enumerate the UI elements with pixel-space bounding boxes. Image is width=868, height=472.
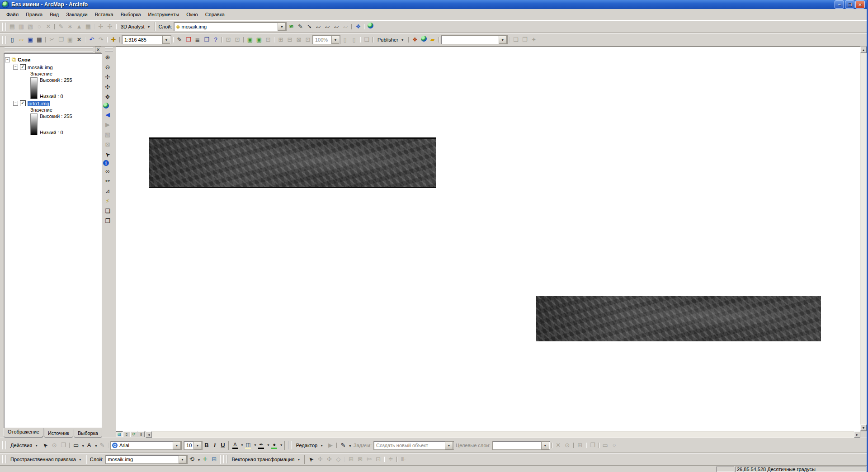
close-button[interactable]: ✕ [855,0,865,9]
vertical-scrollbar[interactable]: ▲ ▼ [860,47,867,431]
toc-close-button[interactable]: ✕ [95,47,101,53]
zoom-selected-icon[interactable]: ▣ [245,35,255,44]
new-document-icon[interactable]: ▯ [8,35,17,44]
3d-analyst-menu[interactable]: 3D Analyst ▼ [118,23,153,30]
show-window-icon[interactable]: ❐ [202,35,211,44]
marker-color-icon[interactable]: ● [270,441,279,450]
toolbar-grip[interactable] [2,455,6,463]
scale-combo[interactable]: 1:316 485 ▼ [122,35,171,44]
font-size-combo[interactable]: 10 ▼ [184,441,203,450]
toolbar-grip[interactable] [223,455,227,463]
arctoolbox-icon[interactable]: ❒ [184,35,193,44]
interpolate-polygon-3-icon[interactable]: ▱ [332,22,341,31]
map-view[interactable] [116,47,860,431]
interpolate-polygon-1-icon[interactable]: ▱ [314,22,323,31]
full-extent-icon[interactable] [103,103,109,109]
tab-display[interactable]: Отображение [4,428,43,437]
arcglobe-preview-icon[interactable] [421,36,427,42]
layer-name-selected[interactable]: orto1.img [28,101,50,106]
zoom-all-icon[interactable]: ▣ [255,35,264,44]
toc-grip[interactable]: ✕ [4,47,102,53]
layer-row[interactable]: − ✓ mosaik.img [13,64,101,70]
identify-icon[interactable]: i [103,160,109,166]
measure-icon[interactable]: ⊿ [103,187,112,196]
go-to-xy-icon[interactable]: XY [103,177,112,186]
horizontal-scroll-track[interactable] [152,431,854,438]
refresh-view-button[interactable]: ⟳ [130,431,137,437]
add-control-points-icon[interactable]: ✛ [200,455,209,464]
chevron-down-icon[interactable]: ▼ [267,444,270,447]
scroll-up-icon[interactable]: ▲ [860,47,867,53]
fixed-zoom-in-icon[interactable]: ✢ [103,73,112,82]
scroll-left-icon[interactable]: ◄ [146,431,152,438]
chevron-down-icon[interactable]: ▼ [198,458,201,462]
sketch-tool-pencil-icon[interactable]: ✎ [339,441,348,450]
fill-color-icon[interactable]: ◫ [244,441,253,450]
menu-bookmarks[interactable]: Закладки [62,10,91,19]
underline-button[interactable]: U [219,441,227,450]
font-combo[interactable]: O Arial ▼ [110,441,182,450]
combo-arrow-icon[interactable]: ▼ [173,441,181,449]
toolbar-grip[interactable] [2,36,6,44]
combo-arrow-icon[interactable]: ▼ [179,455,187,463]
editor-toolbar-toggle-icon[interactable]: ✎ [175,35,184,44]
fixed-zoom-out-icon[interactable]: ✣ [103,83,112,92]
help-whats-this-icon[interactable]: ? [211,35,220,44]
tab-selection[interactable]: Выборка [74,430,102,438]
launch-arcglobe-icon[interactable] [368,23,373,28]
bold-button[interactable]: B [203,441,211,450]
chevron-down-icon[interactable]: ▼ [94,444,98,448]
editor-menu[interactable]: Редактор ▼ [293,442,326,449]
toc-root-row[interactable]: − ⧉ Слои [5,56,101,63]
toc-root-label[interactable]: Слои [18,57,30,62]
3d-layer-combo[interactable]: ◈ mosaik.img ▼ [174,22,287,31]
steepest-path-icon[interactable]: ➘ [305,22,314,31]
combo-arrow-icon[interactable]: ▼ [162,36,170,44]
chevron-down-icon[interactable]: ▼ [349,444,352,448]
vertical-scroll-track[interactable] [860,53,867,425]
open-document-icon[interactable]: ▱ [17,35,26,44]
raster-mosaik-img[interactable] [149,137,436,188]
add-data-icon[interactable]: ✚ [109,35,118,44]
combo-arrow-icon[interactable]: ▼ [278,23,286,31]
menu-view[interactable]: Вид [46,10,62,19]
zoom-out-icon[interactable]: ⊖ [103,63,112,72]
layer-name[interactable]: mosaik.img [28,65,53,70]
pan-icon[interactable]: ✥ [103,93,112,102]
layout-view-button[interactable]: ▯ [123,431,130,437]
menu-insert[interactable]: Вставка [91,10,117,19]
toolbar-grip[interactable] [105,47,113,52]
create-contours-icon[interactable]: ≋ [287,22,296,31]
layer-row[interactable]: − ✓ orto1.img [13,100,101,106]
toolbar-grip[interactable] [2,23,6,31]
menu-file[interactable]: Файл [3,10,22,19]
collapse-icon[interactable]: − [5,57,10,62]
zoom-in-icon[interactable]: ⊕ [103,53,112,62]
html-popup-icon[interactable]: ❏ [103,207,112,216]
italic-button[interactable]: I [211,441,219,450]
line-color-icon[interactable]: ✒ [257,441,266,450]
georef-layer-combo[interactable]: mosaik.img ▼ [105,455,188,464]
layer-checkbox[interactable]: ✓ [20,100,26,106]
drawing-menu[interactable]: Действия ▼ [8,442,41,449]
delete-icon[interactable]: ✕ [75,35,84,44]
overview-window-icon[interactable]: ❐ [103,217,112,226]
chevron-down-icon[interactable]: ▼ [81,444,85,448]
style-palette-icon[interactable]: ❖ [410,35,420,44]
menu-edit[interactable]: Правка [22,10,46,19]
shape-tool-icon[interactable]: ▭ [71,441,80,450]
launch-arcscene-icon[interactable]: ❖ [354,22,363,31]
publisher-menu[interactable]: Publisher ▼ [375,36,407,43]
georeferencing-menu[interactable]: Пространственная привязка ▼ [8,456,85,463]
find-icon[interactable]: ∞ [103,167,112,176]
blank-combo[interactable]: ▼ [441,35,508,44]
save-document-icon[interactable]: ▣ [26,35,35,44]
chevron-down-icon[interactable]: ▼ [241,444,244,447]
font-color-icon[interactable]: A [231,441,240,450]
data-view-button[interactable] [116,431,123,437]
text-tool-icon[interactable]: A [85,441,94,450]
spatial-adjustment-menu[interactable]: Векторная трансформация ▼ [229,456,303,463]
rotate-image-icon[interactable]: ⟲ [188,455,197,464]
go-back-extent-icon[interactable]: ◀ [103,110,112,119]
combo-arrow-icon[interactable]: ▼ [499,36,507,44]
